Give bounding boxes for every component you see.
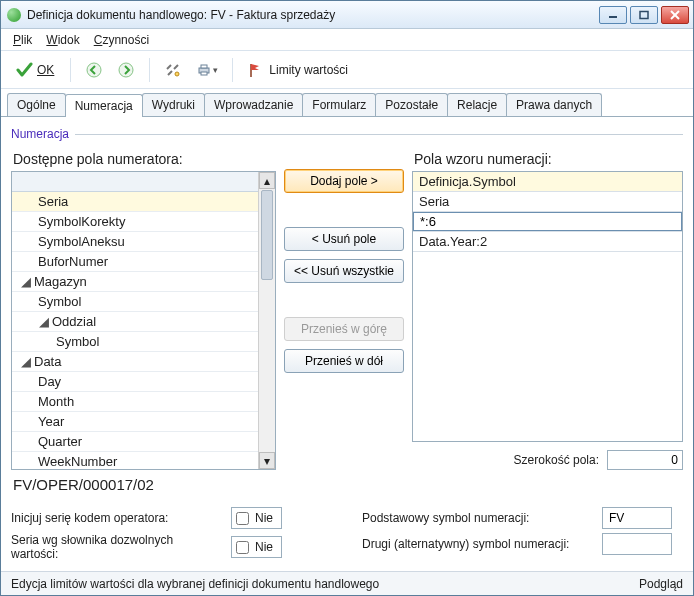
separator: [149, 58, 150, 82]
dict-series-checkbox[interactable]: Nie: [231, 536, 282, 558]
tree-item-label: Month: [38, 394, 74, 409]
tree-item[interactable]: Seria: [12, 192, 258, 212]
available-fields-list[interactable]: SeriaSymbolKorektySymbolAneksuBuforNumer…: [11, 171, 276, 470]
tree-item-label: Symbol: [38, 294, 81, 309]
tree-item-label: Magazyn: [34, 274, 87, 289]
primary-symbol-input[interactable]: [602, 507, 672, 529]
tree-item[interactable]: ◢Magazyn: [12, 272, 258, 292]
close-button[interactable]: [661, 6, 689, 24]
pattern-fields-list[interactable]: Definicja.SymbolSeriaData.Year:2: [412, 171, 683, 442]
tree-item[interactable]: SymbolKorekty: [12, 212, 258, 232]
field-width-input[interactable]: [607, 450, 683, 470]
tab-ogólne[interactable]: Ogólne: [7, 93, 66, 116]
ok-button[interactable]: OK: [9, 57, 60, 83]
tree-item[interactable]: SymbolAneksu: [12, 232, 258, 252]
pattern-fields-title: Pola wzoru numeracji:: [414, 151, 683, 167]
tree-item[interactable]: BuforNumer: [12, 252, 258, 272]
columns: Dostępne pola numeratora: SeriaSymbolKor…: [11, 149, 683, 470]
tree-item[interactable]: Day: [12, 372, 258, 392]
ok-label: OK: [37, 63, 54, 77]
init-series-checkbox[interactable]: Nie: [231, 507, 282, 529]
app-icon: [7, 8, 21, 22]
move-up-button[interactable]: Przenieś w górę: [284, 317, 404, 341]
svg-point-5: [119, 63, 133, 77]
pattern-item[interactable]: Definicja.Symbol: [413, 172, 682, 192]
separator: [70, 58, 71, 82]
tab-wydruki[interactable]: Wydruki: [142, 93, 205, 116]
tree-item-label: Year: [38, 414, 64, 429]
alt-symbol-input[interactable]: [602, 533, 672, 555]
titlebar: Definicja dokumentu handlowego: FV - Fak…: [1, 1, 693, 29]
expander-icon[interactable]: ◢: [20, 274, 32, 289]
remove-field-button[interactable]: < Usuń pole: [284, 227, 404, 251]
tree-item-label: Seria: [38, 194, 68, 209]
tab-prawa danych[interactable]: Prawa danych: [506, 93, 602, 116]
tree-item[interactable]: Month: [12, 392, 258, 412]
add-field-button[interactable]: Dodaj pole >: [284, 169, 404, 193]
dict-series-value: Nie: [255, 540, 273, 554]
tools-button[interactable]: [160, 57, 186, 83]
transfer-buttons-column: Dodaj pole > < Usuń pole << Usuń wszystk…: [284, 149, 404, 470]
tab-pozostałe[interactable]: Pozostałe: [375, 93, 448, 116]
pattern-item-edit[interactable]: [413, 212, 682, 231]
tree-item[interactable]: Symbol: [12, 292, 258, 312]
pattern-item[interactable]: [413, 212, 682, 232]
expander-icon[interactable]: ◢: [38, 314, 50, 329]
separator: [232, 58, 233, 82]
menu-czynnosci[interactable]: Czynności: [94, 33, 149, 47]
maximize-button[interactable]: [630, 6, 658, 24]
arrow-right-icon: [118, 62, 134, 78]
tree-item-label: BuforNumer: [38, 254, 108, 269]
status-text: Edycja limitów wartości dla wybranej def…: [11, 577, 379, 591]
section-header: Numeracja: [11, 127, 683, 141]
expander-icon[interactable]: ◢: [20, 354, 32, 369]
check-icon: [15, 61, 33, 79]
scrollbar[interactable]: ▴ ▾: [258, 172, 275, 469]
pattern-fields-column: Pola wzoru numeracji: Definicja.SymbolSe…: [412, 149, 683, 470]
tab-wprowadzanie[interactable]: Wprowadzanie: [204, 93, 303, 116]
move-down-button[interactable]: Przenieś w dół: [284, 349, 404, 373]
menubar: Plik Widok Czynności: [1, 29, 693, 51]
panel-numeracja: Numeracja Dostępne pola numeratora: Seri…: [1, 117, 693, 571]
tree-item-label: Oddzial: [52, 314, 96, 329]
status-mode: Podgląd: [639, 577, 683, 591]
scroll-thumb[interactable]: [261, 190, 273, 280]
toolbar: OK ▾ Limity wartości: [1, 51, 693, 89]
tree-item[interactable]: WeekNumber: [12, 452, 258, 469]
pattern-item[interactable]: Data.Year:2: [413, 232, 682, 252]
svg-point-4: [87, 63, 101, 77]
nav-forward-button[interactable]: [113, 57, 139, 83]
tree-item-label: Day: [38, 374, 61, 389]
window-buttons: [599, 6, 689, 24]
tree-item[interactable]: Symbol: [12, 332, 258, 352]
tree-item[interactable]: ◢Oddzial: [12, 312, 258, 332]
tree-item[interactable]: ◢Data: [12, 352, 258, 372]
statusbar: Edycja limitów wartości dla wybranej def…: [1, 571, 693, 595]
field-width-row: Szerokość pola:: [412, 450, 683, 470]
section-label: Numeracja: [11, 127, 69, 141]
menu-plik[interactable]: Plik: [13, 33, 32, 47]
field-width-label: Szerokość pola:: [514, 453, 599, 467]
tree-item[interactable]: Year: [12, 412, 258, 432]
tree-item-label: Data: [34, 354, 61, 369]
minimize-button[interactable]: [599, 6, 627, 24]
remove-all-button[interactable]: << Usuń wszystkie: [284, 259, 404, 283]
tab-formularz[interactable]: Formularz: [302, 93, 376, 116]
tab-relacje[interactable]: Relacje: [447, 93, 507, 116]
tree-item-label: Quarter: [38, 434, 82, 449]
scroll-down-button[interactable]: ▾: [259, 452, 275, 469]
flag-icon: [247, 62, 263, 78]
alt-symbol-label: Drugi (alternatywny) symbol numeracji:: [362, 537, 592, 551]
tree-item-label: Symbol: [56, 334, 99, 349]
scroll-up-button[interactable]: ▴: [259, 172, 275, 189]
menu-widok[interactable]: Widok: [46, 33, 79, 47]
window-title: Definicja dokumentu handlowego: FV - Fak…: [27, 8, 599, 22]
tab-numeracja[interactable]: Numeracja: [65, 94, 143, 117]
list-header: [12, 172, 258, 192]
tree-item-label: SymbolAneksu: [38, 234, 125, 249]
tree-item[interactable]: Quarter: [12, 432, 258, 452]
print-button[interactable]: ▾: [192, 57, 222, 83]
limits-button[interactable]: Limity wartości: [247, 62, 348, 78]
nav-back-button[interactable]: [81, 57, 107, 83]
pattern-item[interactable]: Seria: [413, 192, 682, 212]
